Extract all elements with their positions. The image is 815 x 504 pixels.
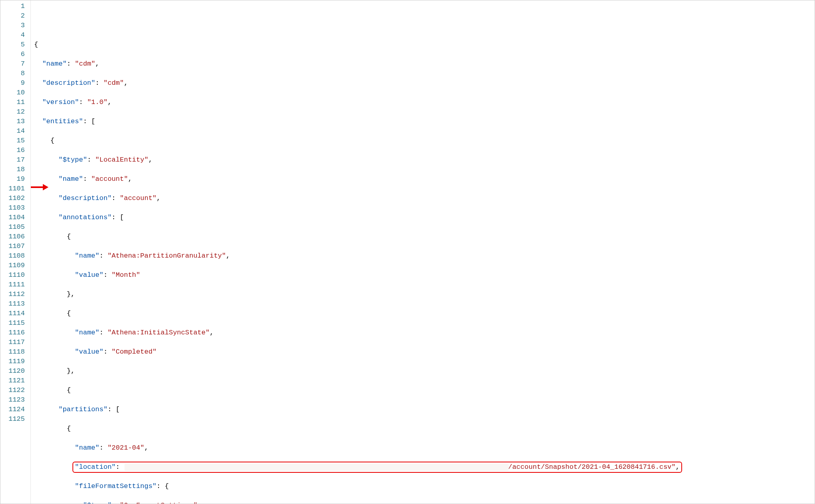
line-number: 1101 [0,184,25,194]
code-line: "partitions": [ [34,405,815,414]
line-number: 1124 [0,405,25,414]
line-number: 8 [0,69,25,78]
code-content[interactable]: { "name": "cdm", "description": "cdm", "… [31,0,815,504]
line-number: 11 [0,98,25,107]
line-number: 1108 [0,251,25,261]
line-number: 1121 [0,376,25,386]
line-number: 1111 [0,280,25,290]
line-number: 1118 [0,347,25,357]
line-number: 1106 [0,232,25,242]
line-number: 18 [0,165,25,174]
line-number: 1115 [0,318,25,328]
code-line: "name": "Athena:InitialSyncState", [34,328,815,338]
line-number: 1123 [0,395,25,405]
line-number: 1119 [0,357,25,366]
line-number: 6 [0,50,25,59]
line-number: 1125 [0,414,25,424]
code-line: { [34,424,815,434]
code-line: "name": "cdm", [34,59,815,69]
code-line: { [34,40,815,50]
code-line: }, [34,366,815,376]
code-line: "version": "1.0", [34,98,815,107]
line-number: 2 [0,11,25,21]
code-line: "fileFormatSettings": { [34,482,815,491]
line-number-gutter: 1234567891011121314151617181911011102110… [0,0,31,504]
line-number: 1104 [0,213,25,222]
line-number: 1110 [0,270,25,280]
code-line: }, [34,290,815,299]
code-line: "$type": "LocalEntity", [34,155,815,165]
code-line: "description": "cdm", [34,78,815,88]
line-number: 9 [0,78,25,88]
line-number: 12 [0,107,25,117]
line-number: 5 [0,40,25,50]
line-number: 1102 [0,194,25,203]
code-line: "name": "2021-04", [34,443,815,453]
line-number: 19 [0,174,25,184]
line-number: 3 [0,21,25,30]
line-number: 16 [0,146,25,155]
code-line: { [34,136,815,146]
code-line: "name": "Athena:PartitionGranularity", [34,251,815,261]
line-number: 1113 [0,299,25,309]
line-number: 15 [0,136,25,146]
code-line: { [34,232,815,242]
line-number: 1117 [0,338,25,347]
code-editor: 1234567891011121314151617181911011102110… [0,0,815,504]
line-number: 1105 [0,222,25,232]
line-number: 1120 [0,366,25,376]
line-number: 1114 [0,309,25,318]
code-line: "$type": "CsvFormatSettings", [34,501,815,504]
line-number: 1 [0,2,25,11]
line-number: 13 [0,117,25,126]
code-line: "value": "Completed" [34,347,815,357]
line-number: 17 [0,155,25,165]
line-number: 4 [0,30,25,40]
line-number: 1103 [0,203,25,213]
code-line: "value": "Month" [34,270,815,280]
code-line: "annotations": [ [34,213,815,222]
code-line: "name": "account", [34,174,815,184]
line-number: 1109 [0,261,25,270]
code-line: { [34,309,815,318]
line-number: 1116 [0,328,25,338]
code-line: "entities": [ [34,117,815,126]
line-number: 14 [0,126,25,136]
arrow-annotation [31,184,49,190]
code-line: "description": "account", [34,194,815,203]
line-number: 10 [0,88,25,98]
line-number: 1112 [0,290,25,299]
code-line: { [34,386,815,395]
line-number: 1122 [0,386,25,395]
line-number: 7 [0,59,25,69]
line-number: 1107 [0,242,25,251]
code-line: "location": /account/Snapshot/2021-04_16… [34,462,815,472]
